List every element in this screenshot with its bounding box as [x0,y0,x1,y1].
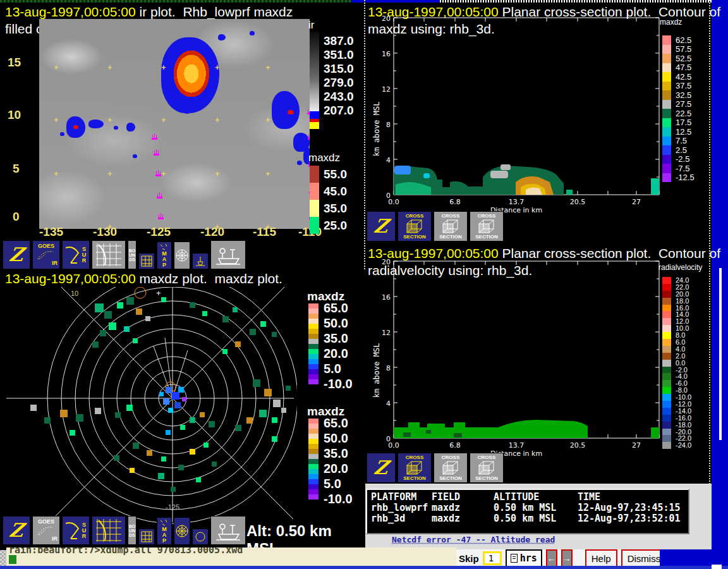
radar-colorbar2-labels: 65.050.035.020.05.0-10.0 [324,416,353,507]
ir-colorbar-title: ir [308,19,314,32]
ir-maxdz-colorbar-title: maxdz [308,152,340,164]
map-button[interactable]: MAP [157,242,172,269]
ir-colorbar-gradient [310,32,319,111]
skip-value-input[interactable] [483,551,502,565]
ir-title-text: ir plot. Rhb_lowprf maxdz [136,4,293,19]
section-label: SECTION [475,475,498,481]
cube-icon [442,219,459,234]
azimuth-rings-button[interactable] [174,242,190,269]
surveillance-button[interactable]: SUR [62,240,90,269]
cross-section-button[interactable]: CROSS SECTION [470,453,504,483]
ship-button[interactable] [210,516,246,545]
grid-radar-button-active[interactable] [92,516,126,545]
help-label: Help [592,553,611,564]
ir-panel-title: 13-aug-1997,00:05:00 ir plot. Rhb_lowprf… [5,3,293,20]
ir-x-tick: -115 [253,225,276,239]
ship-icon [214,243,243,266]
zebra-menu-button[interactable]: Z [367,453,396,483]
xs1-y-tick: 4 [386,156,391,164]
right-arrow-icon: → [562,553,571,563]
small-grid-icon [141,531,152,542]
zebra-menu-button[interactable]: Z [3,240,30,269]
left-arrow-icon: ← [547,553,556,563]
cross-section-button[interactable]: CROSS SECTION [434,453,468,483]
step-forward-button[interactable]: → [561,549,573,567]
xs1-x-tick: 13.7 [509,198,525,206]
radar-title: 13-aug-1997,00:05:00 maxdz plot. maxdz p… [5,270,282,287]
zebra-z-logo: Z [8,245,25,264]
small-grid-button[interactable] [138,529,155,545]
map-label: MAP [161,527,168,544]
radar-dish-icon [64,244,81,266]
ir-satellite-map[interactable] [39,19,310,229]
xs2-y-tick: 20 [382,258,391,266]
xs2-contours [394,420,659,438]
xs2-x-tick: 6.8 [449,441,461,450]
goes-label: GOES [38,243,54,249]
buoy-button[interactable] [192,253,209,269]
hours-menu-button[interactable]: hrs [506,549,542,567]
col-field: FIELD [432,492,494,503]
xs1-ylabel: km above MSL [372,102,381,157]
ship-icon [214,519,243,542]
cross-section-button[interactable]: CROSS SECTION [434,211,468,242]
map-button[interactable]: MAP [157,517,172,545]
ir-colorbar-chip-yellow [310,122,319,129]
status-header-row: PLATFORM FIELD ALTITUDE TIME [371,492,688,503]
xs2-y-tick: 4 [386,400,391,408]
xs1-y-tick: 16 [382,50,391,58]
radar-colorbar1 [308,303,323,384]
satellite-dish-icon [37,525,56,536]
zebra-z-logo: Z [373,217,389,236]
terminal-command-line: rain:beaufort:7>xdump.all 970813.0005.xw… [9,548,456,556]
map-stars-icon [159,519,169,527]
xs2-colorbar: 24.022.020.018.016.014.012.010.08.06.04.… [662,277,691,449]
field-value: maxdz [432,513,494,524]
zebra-menu-button[interactable]: Z [367,211,396,242]
goes-label: GOES [38,519,54,525]
cross-label: CROSS [478,455,495,460]
right-scrollbar[interactable] [719,268,722,440]
bottom-edge-strip [0,566,728,569]
cross-section-button-active[interactable]: CROSS SECTION [397,453,432,483]
ship-button[interactable] [210,240,246,269]
time-value: 12-Aug-97,23:45:15 [578,503,681,513]
document-icon [511,554,518,563]
xs2-y-tick: 16 [382,293,391,302]
panel-ir-plot: 13-aug-1997,00:05:00 ir plot. Rhb_lowprf… [0,3,364,269]
surveillance-button[interactable]: SUR [62,516,90,545]
platform-value: rhb_lowprf [371,503,432,513]
bounds-label: BOUNDS [129,524,136,537]
xs2-x-tick: 13.7 [509,441,525,450]
altitude-value: 0.50 km MSL [494,513,578,524]
xs2-plot[interactable]: 20 16 12 8 4 0 0.0 6.8 13.7 20.5 27 Dist… [365,244,709,487]
cross-section-button[interactable]: CROSS SECTION [470,211,504,242]
xs1-y-tick: 20 [382,15,391,23]
bounds-button[interactable]: BOUNDS [128,516,136,545]
ir-x-tick: -135 [39,225,63,239]
small-grid-button[interactable] [138,253,155,269]
grid-radar-icon [95,518,123,543]
circle-overlay-button[interactable] [192,529,209,545]
ir-maxdz-colorbar: 55.045.035.025.0 [310,166,347,234]
cross-label: CROSS [406,455,423,460]
panel-radar-ppi: 13-aug-1997,00:05:00 maxdz plot. maxdz p… [0,269,365,550]
bounds-button[interactable]: BOUNDS [128,240,136,269]
platform-value: rhb_3d [371,513,432,524]
zebra-menu-button[interactable]: Z [3,516,30,545]
status-row: rhb_lowprf maxdz 0.50 km MSL 12-Aug-97,2… [371,503,688,513]
skip-label: Skip [459,553,479,564]
azimuth-rings-button-active[interactable] [174,517,190,545]
step-back-button[interactable]: ← [546,549,557,567]
goes-ir-button[interactable]: GOES IR [32,516,60,545]
xs1-plot[interactable]: 20 16 12 8 4 0 0.0 6.8 13.7 20.5 27 Dist… [365,3,709,244]
help-button[interactable]: Help [585,549,617,567]
cross-section-button-active[interactable]: CROSS SECTION [397,211,432,242]
circle-icon [195,531,206,542]
grid-radar-button[interactable] [92,240,126,269]
radar-timestamp: 13-aug-1997,00:05:00 [5,271,136,286]
ir-toolbar: Z GOES IR SUR BOUNDS MAP [3,240,246,269]
goes-ir-button[interactable]: GOES IR [32,240,60,269]
xterm-window[interactable]: rain:beaufort:7>xdump.all 970813.0005.xw… [6,548,456,566]
radar-toolbar: Z GOES IR SUR BOUNDS MAP [3,516,246,545]
